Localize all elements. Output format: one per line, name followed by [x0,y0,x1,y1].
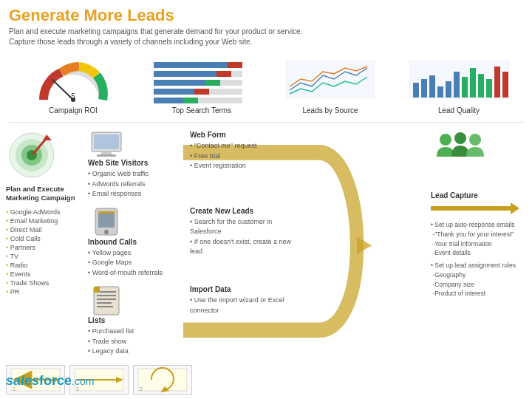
svg-text:2: 2 [140,386,143,392]
sidebar-items-container: Google AdWordsEmail MarketingDirect Mail… [6,208,79,296]
svg-rect-41 [101,151,112,154]
left-sidebar: Plan and ExecuteMarketing Campaign Googl… [0,127,85,364]
svg-rect-69 [138,369,187,391]
web-visitors-section: Web Site Visitors Organic Web traffic Ad… [88,131,184,200]
leads-source-chart [286,61,375,103]
flow-area: Web Site Visitors Organic Web traffic Ad… [85,127,425,364]
web-form-content: "Contact me" request Free trial Event re… [190,141,302,171]
svg-rect-12 [154,98,183,103]
lead-capture-section: Lead Capture • Set up auto-response emai… [425,127,532,364]
sidebar-item: Events [6,270,79,279]
svg-rect-53 [97,302,112,304]
svg-rect-47 [104,211,109,214]
lists-row: Lists Purchased list Trade show Legacy d… [88,285,422,357]
svg-rect-23 [437,86,443,98]
page-subtitle: Plan and execute marketing campaigns tha… [9,27,523,47]
people-icon [431,131,532,169]
sidebar-item: Radio [6,261,79,270]
svg-rect-42 [97,154,116,157]
import-data-content: Use the import wizard or Excel connector [190,296,302,316]
svg-rect-10 [154,80,205,86]
sidebar-item: PR [6,287,79,296]
sidebar-item: Direct Mail [6,225,79,234]
svg-rect-29 [486,79,492,98]
inbound-calls-row: Inbound Calls Yellow pages Google Maps W… [88,207,422,279]
svg-point-56 [440,134,451,146]
separator [9,122,523,123]
search-terms-chart [154,61,250,103]
inbound-calls-content: Yellow pages Google Maps Word-of-mouth r… [88,248,163,279]
svg-rect-9 [154,71,216,77]
svg-rect-46 [98,211,103,214]
svg-rect-48 [110,211,115,214]
svg-rect-14 [216,71,231,77]
sidebar-item: Cold Calls [6,234,79,243]
svg-rect-18 [286,61,375,98]
svg-rect-51 [97,295,116,296]
list-icon [88,285,125,316]
leads-by-source-metric: Leads by Source [267,61,393,115]
lead-quality-metric: Lead Quality [396,61,522,115]
svg-text:5: 5 [71,92,75,100]
top-search-terms-label: Top Search Terms [172,106,231,115]
svg-rect-11 [154,89,194,95]
create-leads-section: Create New Leads Search for the customer… [184,207,302,257]
svg-rect-26 [462,77,468,98]
page-header: Generate More Leads Plan and execute mar… [0,0,532,50]
salesforce-logo: salesforce.com [6,373,94,389]
campaign-roi-label: Campaign ROI [49,106,98,115]
svg-rect-30 [494,66,500,98]
sidebar-item: Partners [6,243,79,252]
svg-rect-28 [478,74,484,98]
sidebar-item: Email Marketing [6,216,79,225]
svg-rect-44 [98,211,115,228]
svg-marker-60 [511,202,519,214]
page-title: Generate More Leads [9,6,523,25]
sidebar-item: TV [6,252,79,261]
lists-title: Lists [88,316,105,324]
leads-by-source-label: Leads by Source [302,106,358,115]
svg-line-0 [52,80,73,100]
import-data-title: Import Data [190,285,302,293]
sidebar-item: Google AdWords [6,208,79,216]
computer-icon [88,131,125,159]
svg-rect-59 [431,206,511,211]
metrics-row: 5 Campaign ROI Top Search Terms [0,53,532,120]
inbound-calls-title: Inbound Calls [88,238,137,246]
svg-rect-15 [205,80,220,86]
svg-point-45 [104,230,109,234]
svg-rect-22 [429,75,435,98]
campaign-roi-metric: 5 Campaign ROI [10,59,136,115]
web-visitors-title: Web Site Visitors [88,159,148,167]
svg-rect-8 [154,62,228,68]
lead-capture-title: Lead Capture [431,191,532,200]
main-content: Plan and ExecuteMarketing Campaign Googl… [0,124,532,367]
lead-capture-content: • Set up auto-response emails -"Thank yo… [431,220,532,299]
create-leads-content: Search for the customer in Salesforce If… [190,217,302,257]
svg-rect-55 [94,287,100,293]
web-form-title: Web Form [190,131,302,139]
svg-rect-16 [194,89,209,95]
web-visitors-row: Web Site Visitors Organic Web traffic Ad… [88,127,422,200]
svg-rect-40 [94,134,119,149]
phone-icon [88,207,125,238]
lead-quality-label: Lead Quality [438,106,480,115]
thumbnail-3: 2 [133,365,192,395]
target-icon [6,127,79,180]
svg-rect-24 [446,81,451,98]
svg-rect-54 [97,306,113,307]
svg-rect-25 [454,72,460,98]
svg-rect-13 [228,62,242,68]
svg-rect-31 [502,72,508,98]
lists-content: Purchased list Trade show Legacy data [88,327,134,357]
lists-section: Lists Purchased list Trade show Legacy d… [88,285,184,357]
sidebar-item: Trade Shows [6,279,79,287]
svg-point-57 [454,132,466,144]
svg-rect-27 [470,68,476,98]
create-leads-title: Create New Leads [190,207,302,215]
sidebar-title: Plan and ExecuteMarketing Campaign [6,185,79,203]
import-data-section: Import Data Use the import wizard or Exc… [184,285,302,316]
svg-rect-20 [413,83,419,98]
svg-point-58 [469,134,481,146]
inbound-calls-section: Inbound Calls Yellow pages Google Maps W… [88,207,184,279]
